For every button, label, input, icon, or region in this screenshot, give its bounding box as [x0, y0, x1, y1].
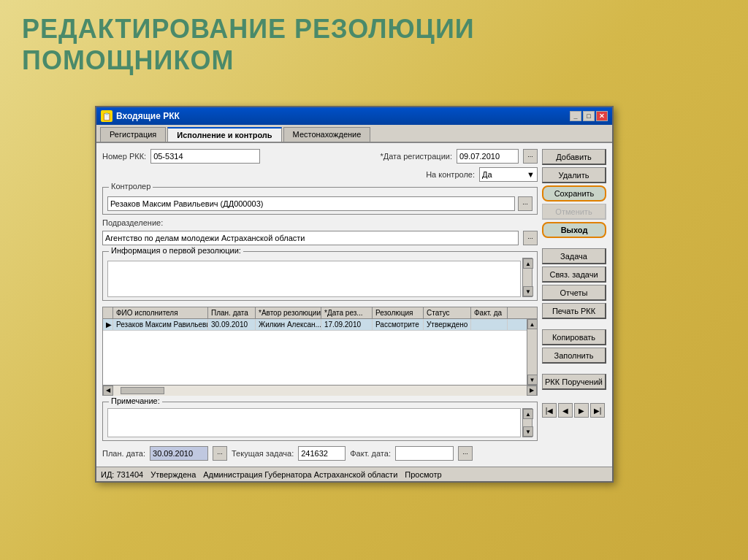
current-task-input[interactable] [298, 446, 346, 461]
controller-group-label: Контролер [109, 182, 153, 191]
nav-buttons: |◀ ◀ ▶ ▶| [542, 403, 606, 418]
info-scroll-down[interactable]: ▼ [523, 286, 533, 296]
nav-last[interactable]: ▶| [590, 403, 605, 418]
controller-btn[interactable]: ··· [518, 196, 533, 211]
row-marker: ▶ [103, 319, 113, 330]
nomer-row: Номер РКК: *Дата регистрации: ··· [102, 149, 538, 164]
close-button[interactable]: ✕ [596, 111, 608, 121]
hscroll-left[interactable]: ◀ [103, 386, 113, 396]
row-plan-date: 30.09.2010 [208, 319, 256, 330]
reports-button[interactable]: Отчеты [542, 285, 606, 301]
main-window: 📋 Входящие РКК _ □ ✕ Регистрация Исполне… [95, 106, 614, 483]
row-fio: Резаков Максим Равильевич [113, 319, 208, 330]
tab-registration[interactable]: Регистрация [100, 127, 166, 142]
table-header: ФИО исполнителя План. дата *Автор резолю… [103, 307, 537, 319]
table-hscroll: ◀ ▶ [103, 385, 537, 395]
na-kontrole-label: На контроле: [426, 170, 475, 179]
note-scroll-down[interactable]: ▼ [523, 426, 533, 437]
bottom-row: План. дата: ··· Текущая задача: Факт. да… [102, 445, 538, 461]
fact-date-input[interactable] [395, 446, 454, 461]
info-scroll-up[interactable]: ▲ [523, 258, 533, 269]
note-group: Примечание: ▲ ▼ [102, 402, 538, 441]
hscroll-right[interactable]: ▶ [527, 386, 537, 396]
main-content: Номер РКК: *Дата регистрации: ··· На кон… [102, 149, 538, 461]
link-tasks-button[interactable]: Связ. задачи [542, 266, 606, 283]
vscroll-down[interactable]: ▼ [527, 375, 538, 385]
col-fact-date: Факт. да [471, 307, 508, 318]
plan-date-input[interactable] [150, 446, 208, 461]
nav-next[interactable]: ▶ [574, 403, 589, 418]
status-approved: Утверждена [150, 470, 196, 479]
note-scroll: ▲ ▼ [522, 408, 533, 437]
subdivision-input-row: ··· [102, 231, 538, 245]
rkk-orders-button[interactable]: РКК Поручений [542, 374, 606, 390]
window-title: Входящие РКК [116, 111, 180, 121]
tabs-bar: Регистрация Исполнение и контроль Местон… [96, 125, 612, 143]
status-id: ИД: 731404 [101, 470, 143, 479]
data-reg-input[interactable] [457, 149, 519, 164]
data-reg-btn[interactable]: ··· [523, 149, 538, 164]
col-status: Статус [424, 307, 471, 318]
row-fact-date [471, 319, 508, 330]
tab-location[interactable]: Местонахождение [283, 127, 371, 142]
plan-date-btn[interactable]: ··· [213, 446, 227, 461]
note-scroll-up[interactable]: ▲ [523, 409, 533, 419]
info-group: Информация о первой резолюции: ▲ ▼ [102, 251, 538, 301]
hscroll-track [113, 386, 527, 396]
table-vscroll: ▲ ▼ [527, 319, 537, 385]
task-button[interactable]: Задача [542, 248, 606, 264]
table-row[interactable]: ▶ Резаков Максим Равильевич 30.09.2010 Ж… [103, 319, 527, 331]
info-group-label: Информация о первой резолюции: [109, 246, 243, 255]
add-button[interactable]: Добавить [542, 149, 606, 165]
table-scroll-area: ▶ Резаков Максим Равильевич 30.09.2010 Ж… [103, 319, 537, 385]
save-button[interactable]: Сохранить [542, 185, 606, 202]
vscroll-up[interactable]: ▲ [527, 319, 538, 329]
tab-execution[interactable]: Исполнение и контроль [167, 127, 281, 142]
data-reg-label: *Дата регистрации: [380, 152, 452, 161]
subdivision-row: Подразделение: [102, 218, 538, 227]
cancel-button[interactable]: Отменить [542, 204, 606, 220]
status-org: Администрация Губернатора Астраханской о… [203, 470, 397, 479]
print-button[interactable]: Печать РКК [542, 303, 606, 319]
controller-group: Контролер ··· [102, 187, 538, 215]
exit-button[interactable]: Выход [542, 222, 606, 238]
plan-date-label: План. дата: [102, 449, 145, 458]
maximize-button[interactable]: □ [583, 111, 595, 121]
note-area: ▲ ▼ [107, 408, 533, 437]
fact-date-label: Факт. дата: [350, 449, 391, 458]
side-buttons: Добавить Удалить Сохранить Отменить Выхо… [542, 149, 606, 461]
row-status: Утверждено [424, 319, 471, 330]
col-fio: ФИО исполнителя [113, 307, 208, 318]
controller-input[interactable] [107, 196, 515, 211]
controller-row: ··· [107, 196, 533, 211]
hscroll-thumb[interactable] [121, 387, 164, 394]
col-resolution: Резолюция [373, 307, 424, 318]
resolution-table: ФИО исполнителя План. дата *Автор резолю… [102, 307, 538, 396]
status-bar: ИД: 731404 Утверждена Администрация Губе… [96, 467, 612, 481]
fact-date-btn[interactable]: ··· [458, 446, 473, 461]
copy-button[interactable]: Копировать [542, 329, 606, 345]
minimize-button[interactable]: _ [570, 111, 581, 121]
na-kontrole-dropdown[interactable]: Да ▼ [479, 167, 538, 182]
subdivision-btn[interactable]: ··· [523, 231, 538, 245]
row-author: Жилкин Алексан... [256, 319, 321, 330]
info-textarea[interactable] [107, 261, 521, 297]
delete-button[interactable]: Удалить [542, 167, 606, 183]
note-textarea[interactable] [107, 408, 521, 437]
current-task-label: Текущая задача: [232, 449, 294, 458]
col-date-rez: *Дата рез... [321, 307, 373, 318]
page-title: РЕДАКТИРОВАНИЕ РЕЗОЛЮЦИИ ПОМОЩНИКОМ [22, 13, 475, 76]
fill-button[interactable]: Заполнить [542, 348, 606, 364]
subdivision-label: Подразделение: [102, 218, 163, 227]
nav-prev[interactable]: ◀ [558, 403, 573, 418]
window-body: Номер РКК: *Дата регистрации: ··· На кон… [96, 143, 612, 467]
window-icon: 📋 [101, 110, 112, 122]
na-kontrole-row: На контроле: Да ▼ [102, 167, 538, 182]
nav-first[interactable]: |◀ [542, 403, 557, 418]
nomer-label: Номер РКК: [102, 152, 146, 161]
subdivision-input[interactable] [102, 231, 519, 245]
status-mode: Просмотр [405, 470, 441, 479]
nomer-input[interactable] [150, 149, 260, 164]
row-resolution: Рассмотрите [373, 319, 424, 330]
row-date-rez: 17.09.2010 [321, 319, 373, 330]
